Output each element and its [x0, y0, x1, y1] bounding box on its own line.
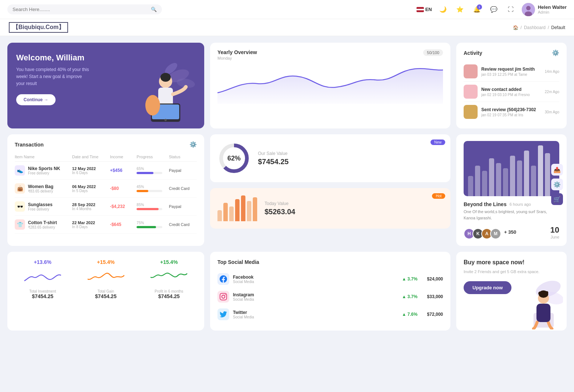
transaction-header: Transaction ⚙️	[15, 141, 197, 148]
item-cell-0: 👟 Nike Sports NKFree delivery	[15, 165, 71, 176]
activity-time-0: 14m Ago	[545, 70, 559, 74]
sale-label: Our Sale Value	[258, 151, 288, 156]
svg-rect-8	[158, 88, 173, 106]
beyond-bar-chart	[464, 141, 559, 196]
yearly-card: Yearly Overview Monday 50/100	[210, 43, 450, 128]
breadcrumb-sep: /	[521, 25, 522, 30]
col-item: Item Name	[15, 155, 71, 159]
facebook-icon	[217, 273, 229, 285]
social-title: Top Social Media	[217, 259, 443, 265]
stat-label-2: Profit in 6 months	[141, 289, 197, 293]
activity-sub-2: jan 02 19 07:35 PM at Iris	[481, 113, 541, 117]
beyond-settings-icon[interactable]: ⚙️	[551, 179, 563, 190]
welcome-illustration	[131, 61, 197, 128]
today-info: Today Value $5263.04	[265, 201, 295, 216]
breadcrumb-dashboard[interactable]: Dashboard	[524, 25, 546, 30]
item-icon-3: 👕	[15, 219, 25, 230]
today-bar-chart	[217, 195, 257, 221]
sales-col: New 62% Our Sale Value $7454.25 Hot	[210, 134, 450, 246]
user-role: Admin	[538, 10, 567, 14]
beyond-actions: 📤 ⚙️ 🛒	[551, 164, 563, 205]
star-button[interactable]: ⭐	[454, 4, 466, 15]
twitter-icon	[217, 308, 229, 320]
yearly-day: Monday	[217, 56, 257, 60]
welcome-subtitle: You have completed 40% of your this week…	[16, 66, 90, 88]
activity-card: Activity ⚙️ Review request jim Smith jan…	[456, 43, 567, 128]
activity-sub-1: jan 02 19 03:10 PM at Fresno	[481, 93, 541, 97]
income-cell-3: -$645	[110, 222, 135, 227]
transaction-settings-icon[interactable]: ⚙️	[189, 141, 197, 148]
social-card: Top Social Media Facebook Social Media ▲…	[210, 252, 450, 331]
svg-point-12	[145, 95, 160, 116]
upgrade-button[interactable]: Upgrade now	[464, 281, 511, 294]
search-input[interactable]	[13, 7, 148, 12]
avatar	[522, 3, 535, 16]
svg-point-7	[160, 73, 171, 82]
svg-point-1	[526, 6, 531, 10]
expand-button[interactable]: ⛶	[505, 4, 517, 15]
status-cell-0: Paypal	[169, 168, 197, 173]
today-value: $5263.04	[265, 208, 295, 216]
instagram-pct: ▲ 3.7%	[402, 294, 417, 299]
progress-cell-2: 85%	[137, 203, 167, 210]
status-cell-1: Credit Card	[169, 186, 197, 191]
activity-text-0: Review request jim Smith jan 03 19 12:25…	[481, 67, 541, 77]
stats-card: +13.6% Total Investment $7454.25 +15.4% …	[7, 252, 204, 331]
beyond-cart-icon[interactable]: 🛒	[551, 193, 563, 205]
item-cell-3: 👕 Cotton T-shirt₹283.65 delivery	[15, 219, 71, 230]
beyond-share-icon[interactable]: 📤	[551, 164, 563, 176]
table-row: 👜 Women Bag₹83.65 delivery 06 May 2022In…	[15, 180, 197, 198]
progress-cell-3: 75%	[137, 221, 167, 228]
notification-button[interactable]: 🔔 1	[471, 4, 483, 15]
dark-mode-button[interactable]: 🌙	[437, 4, 449, 15]
income-cell-1: -$80	[110, 186, 135, 191]
twitter-info: Twitter Social Media	[233, 310, 254, 319]
beyond-header: Beyond the Lines 6 hours ago	[464, 201, 559, 207]
stat-value-0: $7454.25	[15, 293, 71, 299]
transaction-card: Transaction ⚙️ Item Name Date and Time I…	[7, 134, 204, 246]
donut-chart: 62%	[217, 142, 251, 175]
stat-label-1: Total Gain	[78, 289, 134, 293]
language-selector[interactable]: EN	[417, 7, 432, 12]
table-row: 👕 Cotton T-shirt₹283.65 delivery 22 Mar …	[15, 216, 197, 234]
beyond-card: 📤 ⚙️ 🛒 Beyond the Lines 6 hours ago One …	[456, 134, 567, 246]
main-content: Welcome, William You have completed 40% …	[0, 36, 574, 337]
beyond-desc: One Of the world,s brightest, young surf…	[464, 209, 559, 221]
instagram-amount: $33,000	[427, 294, 443, 299]
search-box[interactable]: 🔍	[7, 4, 162, 14]
beyond-date-num: 10	[550, 225, 559, 235]
facebook-info: Facebook Social Media	[233, 275, 254, 284]
instagram-info: Instagram Social Media	[233, 292, 254, 301]
yearly-header: Yearly Overview Monday 50/100	[217, 49, 443, 60]
col-progress: Progress	[137, 155, 167, 159]
instagram-icon	[217, 291, 229, 303]
activity-title-1: New contact added	[481, 87, 541, 92]
user-text: Helen Walter Admin	[538, 4, 567, 14]
mini-chart-2	[141, 268, 197, 286]
user-info[interactable]: Helen Walter Admin	[522, 3, 567, 16]
upgrade-card: Buy more space now! Invite 2 Friends and…	[456, 252, 567, 331]
income-cell-2: -$4,232	[110, 204, 135, 209]
date-cell-2: 28 Sep 2022In 4 Months	[72, 202, 109, 211]
activity-item-2: Sent review (504)236-7302 jan 02 19 07:3…	[464, 102, 559, 122]
progress-cell-1: 45%	[137, 185, 167, 192]
stat-pct-0: +13.6%	[15, 259, 71, 265]
date-cell-1: 06 May 2022In 5 Days	[72, 184, 109, 193]
activity-settings-icon[interactable]: ⚙️	[552, 49, 559, 56]
breadcrumb-default[interactable]: Default	[551, 25, 565, 30]
svg-point-11	[164, 119, 167, 121]
stat-item-0: +13.6% Total Investment $7454.25	[15, 259, 71, 323]
status-cell-2: Paypal	[169, 204, 197, 209]
activity-thumb-0	[464, 64, 478, 78]
message-button[interactable]: 💬	[488, 4, 500, 15]
notification-badge: 1	[477, 4, 482, 10]
date-cell-3: 22 Mar 2022In 8 Days	[72, 220, 109, 229]
home-icon[interactable]: 🏠	[513, 25, 518, 30]
social-item-instagram: Instagram Social Media ▲ 3.7% $33,000	[217, 288, 443, 306]
date-cell-0: 12 May 2022In 6 Days	[72, 166, 109, 175]
continue-button[interactable]: Continue →	[16, 94, 56, 105]
upgrade-title: Buy more space now!	[464, 259, 559, 266]
social-item-twitter: Twitter Social Media ▲ 7.6% $72,000	[217, 306, 443, 323]
user-name: Helen Walter	[538, 4, 567, 10]
stat-value-1: $7454.25	[78, 293, 134, 299]
